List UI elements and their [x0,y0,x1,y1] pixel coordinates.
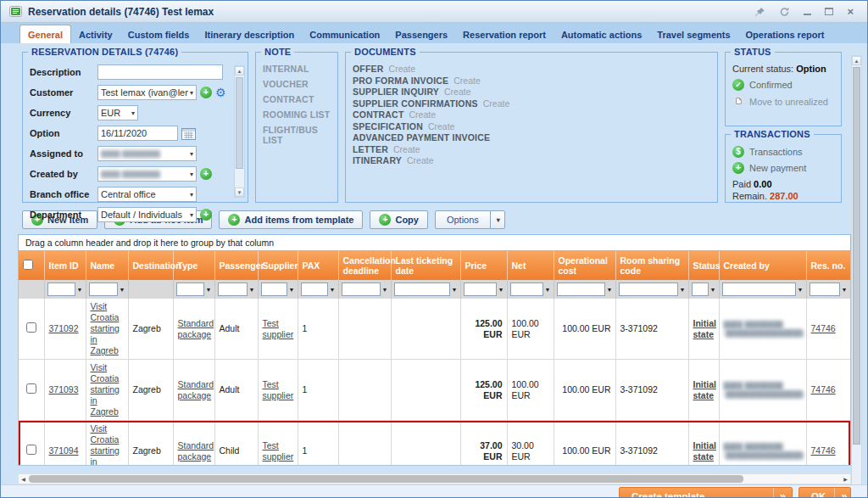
gear-icon[interactable]: ⚙ [215,87,226,98]
new-payment-link[interactable]: +New payment [732,162,834,174]
filter-operational-cost-input[interactable] [557,283,605,296]
row-checkbox[interactable] [26,322,36,333]
column-header-passenger[interactable]: Passenger [214,251,258,280]
type-link[interactable]: Standard package [178,440,214,462]
filter-dropdown-icon[interactable]: ▼ [330,287,336,293]
options-button[interactable]: Options [435,210,491,229]
copy-button[interactable]: +Copy [370,210,428,229]
created-by-select[interactable]: ████ ████████▾ [97,166,197,182]
pin-icon[interactable] [754,7,765,17]
minimize-button[interactable] [804,8,811,15]
create-link[interactable]: Create [453,76,481,86]
select-all-checkbox[interactable] [23,260,33,270]
scroll-left-icon[interactable]: ◀ [19,476,28,482]
create-link[interactable]: Create [428,121,455,131]
scrollbar-thumb[interactable] [853,67,860,445]
note-item-flight-bus-list[interactable]: FLIGHT/BUS LIST [263,125,331,145]
scrollbar-thumb[interactable] [29,475,743,483]
currency-select[interactable]: EUR▾ [97,105,138,120]
refresh-icon[interactable] [779,7,790,17]
vertical-scrollbar[interactable]: ▲ ▼ [851,55,862,498]
note-item-rooming-list[interactable]: ROOMING LIST [263,109,331,120]
supplier-link[interactable]: Test supplier [263,318,294,339]
group-by-bar[interactable]: Drag a column header and drop it here to… [18,234,851,251]
calendar-icon[interactable] [181,127,196,140]
column-header-price[interactable]: Price [460,251,507,280]
item-id-link[interactable]: 371094 [49,445,79,456]
add-icon[interactable]: + [200,87,212,98]
filter-net-input[interactable] [510,283,543,296]
tab-passengers[interactable]: Passengers [387,25,455,43]
tab-itinerary-description[interactable]: Itinerary description [197,25,302,43]
filter-dropdown-icon[interactable]: ▼ [607,287,613,293]
filter-dropdown-icon[interactable]: ▼ [680,287,686,293]
create-link[interactable]: Create [389,64,416,74]
assigned-to-select[interactable]: ████ ████████▾ [97,146,197,161]
branch-office-select[interactable]: Central office▾ [97,187,197,202]
column-header-name[interactable]: Name [86,251,128,280]
column-header-destination[interactable]: Destination [128,251,173,280]
scroll-up-icon[interactable]: ▲ [235,66,244,76]
filter-dropdown-icon[interactable]: ▼ [798,287,804,293]
note-item-internal[interactable]: INTERNAL [263,64,331,74]
transactions-link[interactable]: $Transactions [732,146,834,158]
tab-communication[interactable]: Communication [302,25,387,43]
status-action-confirmed[interactable]: ✓Confirmed [732,79,834,91]
create-link[interactable]: Create [393,144,420,154]
filter-dropdown-icon[interactable]: ▼ [206,287,212,293]
item-id-link[interactable]: 371093 [49,384,79,394]
filter-pax-input[interactable] [301,283,328,296]
filter-dropdown-icon[interactable]: ▼ [249,287,255,293]
filter-price-input[interactable] [464,283,497,296]
filter-last-ticketing-date-input[interactable] [394,283,450,296]
column-header-res-no[interactable]: Res. no. [806,251,850,280]
filter-name-input[interactable] [89,283,118,296]
supplier-link[interactable]: Test supplier [263,440,294,462]
filter-supplier-input[interactable] [261,283,287,296]
filter-type-input[interactable] [176,283,204,296]
type-link[interactable]: Standard package [178,318,214,339]
supplier-link[interactable]: Test supplier [263,379,294,400]
ok-button[interactable]: OK » [798,487,851,498]
column-header-status[interactable]: Status [688,251,719,280]
column-header-supplier[interactable]: Supplier [258,251,298,280]
customer-select[interactable]: Test lemax (ivan@lemax.ne▾ [97,85,197,100]
scrollbar-thumb[interactable] [236,77,243,169]
create-link[interactable]: Create [444,87,471,97]
res-no-link[interactable]: 74746 [811,445,836,456]
status-link[interactable]: Initial state [693,379,716,400]
row-checkbox[interactable] [26,445,36,455]
res-no-link[interactable]: 74746 [811,384,836,394]
create-link[interactable]: Create [483,98,510,109]
column-header-created-by[interactable]: Created by [719,251,806,280]
item-id-link[interactable]: 371092 [49,323,79,333]
add-icon[interactable]: + [200,168,212,180]
tab-operations-report[interactable]: Operations report [738,25,832,43]
filter-cancellation-deadline-input[interactable] [342,283,381,296]
column-header-last-ticketing-date[interactable]: Last ticketing date [391,251,460,280]
filter-dropdown-icon[interactable]: ▼ [498,287,504,293]
scroll-right-icon[interactable]: ▶ [841,476,850,482]
filter-dropdown-icon[interactable]: ▼ [452,287,458,293]
status-action-move-to-unrealized[interactable]: Move to unrealized [732,95,834,109]
filter-room-sharing-code-input[interactable] [619,283,678,296]
panel-scrollbar[interactable]: ▲ ▼ [234,65,245,198]
scroll-up-icon[interactable]: ▲ [852,56,861,65]
column-header-item-id[interactable]: Item ID [44,251,86,280]
column-header-net[interactable]: Net [507,251,554,280]
options-dropdown-button[interactable]: ▾ [490,210,505,229]
note-item-contract[interactable]: CONTRACT [263,94,331,104]
horizontal-scrollbar[interactable]: ◀ ▶ [18,473,851,484]
column-header-pax[interactable]: PAX [298,251,338,280]
tab-reservation-report[interactable]: Reservation report [455,25,554,43]
filter-dropdown-icon[interactable]: ▼ [545,287,551,293]
filter-created-by-input[interactable] [722,283,796,296]
row-checkbox[interactable] [26,383,36,394]
filter-dropdown-icon[interactable]: ▼ [842,287,848,293]
maximize-button[interactable] [825,8,833,15]
column-header-cancellation-deadline[interactable]: Cancellation deadline [338,251,391,280]
tab-travel-segments[interactable]: Travel segments [649,25,737,43]
name-link[interactable]: Visit Croatia starting in Zagreb [91,301,120,355]
name-link[interactable]: Visit Croatia starting in Zagreb [91,362,120,417]
option-date-input[interactable] [97,126,178,141]
